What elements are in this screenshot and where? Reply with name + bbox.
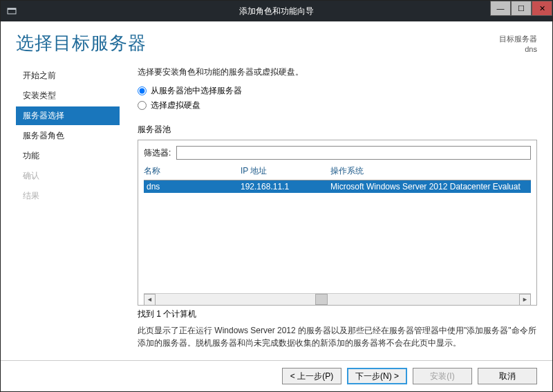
column-name[interactable]: 名称 — [144, 165, 241, 177]
page-title: 选择目标服务器 — [16, 31, 147, 55]
server-pool-label: 服务器池 — [138, 124, 537, 136]
step-server-selection[interactable]: 服务器选择 — [16, 106, 120, 125]
main-panel: 选择要安装角色和功能的服务器或虚拟硬盘。 从服务器池中选择服务器 选择虚拟硬盘 … — [138, 59, 537, 360]
button-bar: < 上一步(P) 下一步(N) > 安装(I) 取消 — [1, 360, 552, 391]
help-text: 此页显示了正在运行 Windows Server 2012 的服务器以及那些已经… — [138, 324, 537, 349]
install-button: 安装(I) — [413, 368, 472, 384]
radio-select-from-pool-label: 从服务器池中选择服务器 — [151, 85, 242, 97]
scroll-left-arrow-icon[interactable]: ◄ — [144, 294, 156, 306]
filter-label: 筛选器: — [144, 147, 171, 159]
server-pool-box: 筛选器: 名称 IP 地址 操作系统 dns 192.168.11.1 Micr… — [138, 140, 537, 306]
radio-select-from-pool[interactable]: 从服务器池中选择服务器 — [138, 85, 537, 97]
scroll-right-arrow-icon[interactable]: ► — [519, 294, 531, 306]
svg-rect-1 — [8, 8, 16, 10]
step-server-roles[interactable]: 服务器角色 — [16, 127, 120, 145]
step-features[interactable]: 功能 — [16, 147, 120, 165]
destination-label: 目标服务器 — [499, 34, 537, 44]
column-os[interactable]: 操作系统 — [330, 165, 531, 177]
close-button[interactable]: ✕ — [532, 1, 552, 16]
step-installation-type[interactable]: 安装类型 — [16, 86, 120, 105]
cell-name: dns — [144, 182, 241, 192]
cell-os: Microsoft Windows Server 2012 Datacenter… — [330, 182, 531, 192]
radio-select-vhd-input[interactable] — [138, 101, 147, 110]
column-ip[interactable]: IP 地址 — [241, 165, 330, 177]
maximize-button[interactable]: ☐ — [511, 1, 532, 16]
scroll-track[interactable] — [156, 294, 519, 305]
radio-select-vhd[interactable]: 选择虚拟硬盘 — [138, 100, 537, 111]
found-count-text: 找到 1 个计算机 — [138, 308, 537, 320]
step-before-you-begin[interactable]: 开始之前 — [16, 66, 120, 85]
window-title: 添加角色和功能向导 — [1, 6, 552, 17]
cancel-button[interactable]: 取消 — [478, 368, 537, 384]
scroll-thumb[interactable] — [315, 294, 328, 305]
previous-button[interactable]: < 上一步(P) — [282, 368, 341, 384]
filter-input[interactable] — [176, 146, 531, 160]
next-button[interactable]: 下一步(N) > — [347, 368, 407, 384]
minimize-button[interactable]: — — [490, 1, 511, 16]
horizontal-scrollbar[interactable]: ◄ ► — [144, 293, 531, 305]
server-table-header: 名称 IP 地址 操作系统 — [144, 165, 531, 180]
radio-select-vhd-label: 选择虚拟硬盘 — [151, 100, 200, 111]
instruction-text: 选择要安装角色和功能的服务器或虚拟硬盘。 — [138, 66, 537, 78]
step-results: 结果 — [16, 187, 120, 205]
titlebar: 添加角色和功能向导 — ☐ ✕ — [1, 1, 552, 21]
step-confirmation: 确认 — [16, 167, 120, 185]
cell-ip: 192.168.11.1 — [241, 182, 330, 192]
destination-box: 目标服务器 dns — [499, 34, 537, 55]
radio-select-from-pool-input[interactable] — [138, 86, 147, 95]
destination-value: dns — [499, 44, 537, 55]
table-row[interactable]: dns 192.168.11.1 Microsoft Windows Serve… — [144, 180, 531, 193]
app-icon — [5, 4, 19, 18]
server-table-body: dns 192.168.11.1 Microsoft Windows Serve… — [144, 180, 531, 293]
wizard-steps: 开始之前 安装类型 服务器选择 服务器角色 功能 确认 结果 — [16, 59, 120, 360]
